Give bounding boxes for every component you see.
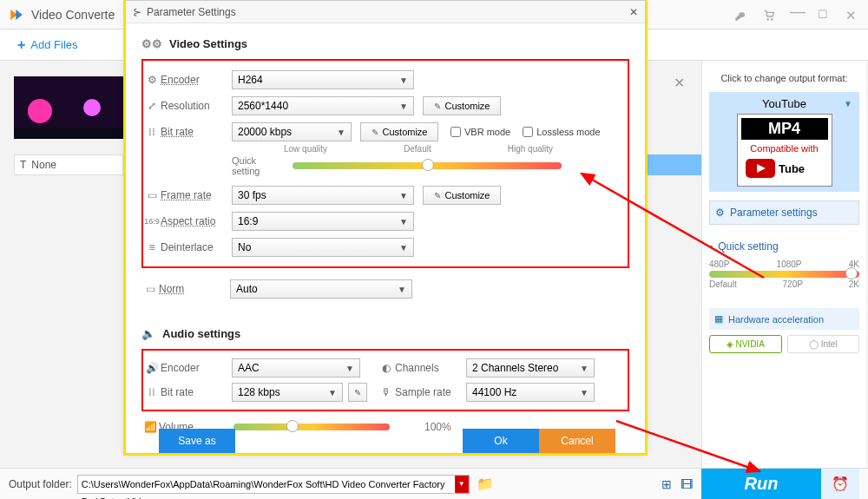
gears-icon: ⚙⚙ bbox=[141, 37, 162, 50]
dots-icon: ⁞⁞ bbox=[143, 126, 161, 138]
film-icon[interactable]: 🎞 bbox=[681, 477, 693, 491]
customize-resolution-button[interactable]: ✎Customize bbox=[423, 96, 501, 115]
pencil-icon: ✎ bbox=[434, 102, 441, 111]
audio-bitrate-select[interactable]: 128 kbps▼ bbox=[232, 383, 343, 402]
ratio-icon: 16:9 bbox=[143, 217, 161, 226]
headphone-icon: ◐ bbox=[378, 362, 395, 374]
samplerate-select[interactable]: 44100 Hz▼ bbox=[466, 383, 595, 402]
nvidia-button[interactable]: ◈ NVIDIA bbox=[709, 335, 782, 353]
bitrate-select[interactable]: 20000 kbps▼ bbox=[232, 122, 352, 141]
pencil-icon: ✎ bbox=[354, 388, 361, 397]
monitor-icon: ▭ bbox=[141, 283, 159, 295]
framerate-select[interactable]: 30 fps▼ bbox=[232, 186, 414, 205]
film-icon: ▭ bbox=[143, 189, 161, 201]
cancel-button[interactable]: Cancel bbox=[539, 429, 615, 453]
subtitle-bar[interactable]: T None bbox=[14, 154, 123, 175]
svg-point-1 bbox=[28, 99, 52, 123]
output-folder-label: Output folder: bbox=[9, 478, 72, 490]
audio-bitrate-edit-button[interactable]: ✎ bbox=[348, 383, 367, 402]
youtube-icon: Tube bbox=[746, 157, 824, 180]
minimize-icon[interactable]: — bbox=[790, 8, 804, 22]
lines-icon: ≡ bbox=[143, 241, 161, 253]
parameter-settings-button[interactable]: ⚙ Parameter settings bbox=[709, 200, 859, 225]
intel-button[interactable]: ◯ Intel bbox=[787, 335, 860, 353]
close-panel-icon[interactable]: ✕ bbox=[674, 75, 685, 91]
samplerate-label: Sample rate bbox=[395, 386, 466, 398]
sliders-icon: ⚙ bbox=[715, 207, 725, 219]
customize-framerate-button[interactable]: ✎Customize bbox=[423, 186, 501, 205]
ok-button[interactable]: Ok bbox=[463, 429, 539, 453]
audio-settings-group: 🔊 Encoder AAC▼ ◐ Channels 2 Channels Ste… bbox=[141, 349, 629, 411]
cart-icon[interactable] bbox=[762, 8, 776, 22]
merge-icon[interactable]: ⊞ bbox=[661, 477, 672, 491]
expand-icon: ⤢ bbox=[143, 100, 161, 112]
aspect-label: Aspect ratio bbox=[161, 215, 232, 227]
bitrate-label: Bit rate bbox=[161, 126, 232, 138]
sliders-icon: ⊱ bbox=[133, 6, 141, 18]
slider-thumb[interactable] bbox=[845, 267, 858, 279]
quality-slider[interactable]: Quick setting bbox=[232, 155, 628, 176]
close-app-icon[interactable]: ✕ bbox=[845, 8, 859, 22]
save-as-button[interactable]: Save as bbox=[159, 429, 235, 453]
customize-bitrate-button[interactable]: ✎Customize bbox=[360, 122, 438, 141]
vbr-checkbox[interactable]: VBR mode bbox=[450, 127, 510, 137]
dots-icon: ⁞⁞ bbox=[143, 386, 161, 398]
right-panel: Click to change output format: YouTube ▼… bbox=[701, 61, 866, 469]
encoder-select[interactable]: H264▼ bbox=[232, 70, 414, 89]
quick-setting-slider[interactable]: 480P1080P4K Default720P2K bbox=[709, 259, 859, 294]
encoder-label: Encoder bbox=[161, 74, 232, 86]
lossless-checkbox[interactable]: Lossless mode bbox=[523, 127, 600, 137]
output-format-label: Click to change output format: bbox=[709, 73, 859, 83]
video-thumbnail[interactable] bbox=[14, 76, 123, 139]
plus-icon: + bbox=[17, 37, 25, 53]
norm-select[interactable]: Auto▼ bbox=[230, 279, 412, 299]
alarm-icon[interactable]: ⏰ bbox=[821, 469, 859, 500]
aspect-select[interactable]: 16:9▼ bbox=[232, 212, 414, 231]
video-settings-group: ⚙ Encoder H264▼ ⤢ Resolution 2560*1440▼ … bbox=[141, 59, 629, 268]
volume-icon: 🔊 bbox=[143, 362, 161, 374]
speaker-icon: 🔈 bbox=[141, 327, 155, 340]
hardware-accel-button[interactable]: ▦ Hardware acceleration bbox=[709, 308, 859, 330]
pencil-icon: ✎ bbox=[372, 128, 378, 137]
run-button[interactable]: Run bbox=[701, 469, 821, 500]
app-title: Video Converte bbox=[31, 8, 115, 22]
channels-label: Channels bbox=[395, 362, 466, 374]
framerate-label: Frame rate bbox=[161, 189, 232, 201]
key-icon[interactable] bbox=[734, 8, 748, 22]
deinterlace-select[interactable]: No▼ bbox=[232, 238, 414, 257]
channels-select[interactable]: 2 Channels Stereo▼ bbox=[466, 358, 595, 378]
format-badge: MP4 Compatible with Tube bbox=[737, 114, 832, 187]
svg-text:Tube: Tube bbox=[779, 162, 805, 175]
output-format-button[interactable]: YouTube ▼ MP4 Compatible with Tube bbox=[709, 92, 859, 192]
audio-bitrate-label: Bit rate bbox=[161, 386, 232, 398]
deinterlace-label: Deinterlace bbox=[161, 241, 232, 253]
video-settings-header: ⚙⚙ Video Settings bbox=[141, 37, 629, 50]
app-logo-icon bbox=[9, 7, 24, 23]
text-icon: T bbox=[20, 159, 26, 171]
chip-icon: ▦ bbox=[714, 313, 723, 325]
gear-icon: ⚙ bbox=[143, 74, 161, 86]
dialog-footer: Save as Ok Cancel bbox=[126, 429, 645, 453]
pencil-icon: ✎ bbox=[434, 191, 441, 200]
dialog-titlebar: ⊱ Parameter Settings ✕ bbox=[126, 1, 645, 23]
audio-encoder-label: Encoder bbox=[161, 362, 232, 374]
resolution-label: Resolution bbox=[161, 100, 232, 112]
mic-icon: 🎙 bbox=[378, 386, 395, 398]
quick-setting-label: ▪ Quick setting bbox=[709, 240, 859, 253]
audio-encoder-select[interactable]: AAC▼ bbox=[232, 358, 360, 378]
browse-folder-icon[interactable]: 📁 bbox=[477, 476, 494, 493]
svg-point-2 bbox=[83, 99, 101, 116]
audio-settings-header: 🔈 Audio settings bbox=[141, 327, 629, 340]
dropdown-caret-icon[interactable]: ▼ bbox=[455, 476, 469, 493]
caret-down-icon: ▼ bbox=[844, 99, 852, 108]
parameter-settings-dialog: ⊱ Parameter Settings ✕ ⚙⚙ Video Settings… bbox=[125, 0, 646, 454]
maximize-icon[interactable]: ☐ bbox=[818, 8, 832, 22]
output-folder-input[interactable]: C:\Users\WonderFox\AppData\Roaming\Wonde… bbox=[77, 475, 470, 494]
close-dialog-icon[interactable]: ✕ bbox=[629, 6, 638, 18]
resolution-select[interactable]: 2560*1440▼ bbox=[232, 96, 414, 115]
bottom-bar: Output folder: C:\Users\WonderFox\AppDat… bbox=[0, 468, 868, 499]
svg-rect-3 bbox=[14, 128, 123, 139]
norm-label: Norm bbox=[159, 283, 230, 295]
add-files-button[interactable]: + Add Files bbox=[17, 37, 78, 53]
slider-thumb[interactable] bbox=[422, 159, 434, 171]
